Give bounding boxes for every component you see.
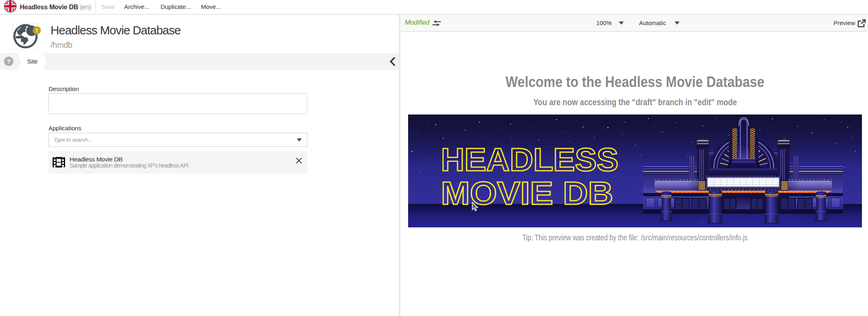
svg-text:MOVIE DB: MOVIE DB	[441, 175, 613, 211]
svg-text:HEADLESS: HEADLESS	[441, 142, 618, 178]
